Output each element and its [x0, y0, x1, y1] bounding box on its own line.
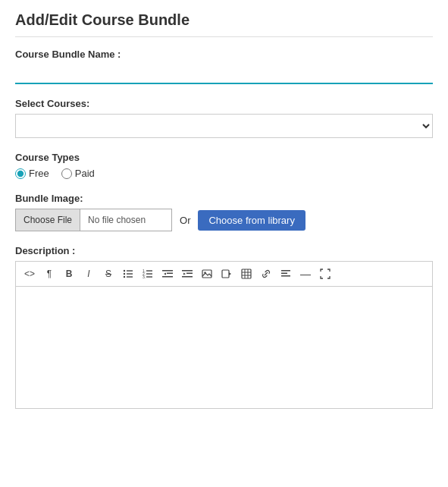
video-icon[interactable]	[218, 265, 236, 283]
radio-free-label: Free	[29, 168, 49, 179]
radio-free-input[interactable]	[15, 168, 26, 179]
editor-container: <> ¶ B I S 1.2.3.	[15, 261, 433, 409]
paragraph-icon[interactable]: ¶	[40, 265, 58, 283]
svg-marker-23	[229, 272, 231, 275]
fullscreen-icon[interactable]	[316, 265, 334, 283]
svg-rect-18	[186, 273, 193, 275]
select-courses-input[interactable]	[15, 114, 433, 138]
radio-group: Free Paid	[15, 168, 433, 179]
indent-icon[interactable]	[178, 265, 196, 283]
radio-paid-label: Paid	[75, 168, 95, 179]
svg-text:3.: 3.	[143, 275, 146, 279]
svg-point-0	[124, 270, 125, 272]
svg-rect-1	[127, 270, 133, 271]
svg-rect-9	[146, 273, 152, 274]
table-icon[interactable]	[237, 265, 255, 283]
page-title: Add/Edit Course Bundle	[15, 11, 433, 37]
choose-library-button[interactable]: Choose from library	[198, 210, 305, 231]
svg-rect-20	[202, 270, 211, 278]
bundle-image-row: Choose File No file chosen Or Choose fro…	[15, 209, 433, 231]
svg-rect-14	[167, 273, 173, 275]
or-text: Or	[180, 215, 190, 226]
svg-rect-16	[182, 270, 193, 272]
bundle-name-label: Course Bundle Name :	[15, 49, 433, 60]
course-types-group: Course Types Free Paid	[15, 152, 433, 179]
bundle-name-input[interactable]	[15, 64, 433, 84]
svg-marker-17	[183, 273, 186, 275]
outdent-icon[interactable]	[158, 265, 177, 283]
link-icon[interactable]	[257, 265, 275, 283]
svg-rect-31	[281, 275, 290, 277]
svg-rect-11	[146, 276, 152, 277]
description-editor[interactable]	[16, 287, 432, 408]
select-courses-group: Select Courses:	[15, 98, 433, 138]
svg-rect-29	[281, 270, 290, 272]
radio-free[interactable]: Free	[15, 168, 49, 179]
svg-rect-22	[222, 270, 229, 278]
bundle-name-group: Course Bundle Name :	[15, 49, 433, 84]
svg-rect-19	[182, 276, 193, 278]
bundle-image-group: Bundle Image: Choose File No file chosen…	[15, 193, 433, 231]
code-icon[interactable]: <>	[20, 265, 39, 283]
description-label: Description :	[15, 245, 433, 256]
radio-paid-input[interactable]	[61, 168, 72, 179]
no-file-text: No file chosen	[80, 209, 171, 231]
svg-rect-5	[127, 276, 133, 277]
svg-marker-13	[164, 273, 166, 275]
course-types-label: Course Types	[15, 152, 433, 163]
page-container: Add/Edit Course Bundle Course Bundle Nam…	[0, 0, 448, 434]
select-courses-label: Select Courses:	[15, 98, 433, 109]
svg-point-2	[124, 273, 125, 275]
svg-rect-30	[281, 273, 287, 275]
svg-rect-24	[242, 269, 251, 278]
choose-file-button[interactable]: Choose File	[16, 209, 80, 231]
svg-rect-3	[127, 273, 133, 274]
hr-icon[interactable]: —	[296, 265, 315, 283]
italic-icon[interactable]: I	[80, 265, 98, 283]
strikethrough-icon[interactable]: S	[99, 265, 117, 283]
svg-point-4	[124, 276, 125, 278]
svg-rect-15	[162, 276, 173, 278]
radio-paid[interactable]: Paid	[61, 168, 95, 179]
svg-rect-7	[146, 270, 152, 271]
align-icon[interactable]	[277, 265, 295, 283]
description-group: Description : <> ¶ B I S 1.2.3.	[15, 245, 433, 409]
ordered-list-icon[interactable]: 1.2.3.	[139, 265, 157, 283]
image-icon[interactable]	[198, 265, 216, 283]
svg-rect-12	[162, 270, 173, 272]
unordered-list-icon[interactable]	[119, 265, 137, 283]
bold-icon[interactable]: B	[60, 265, 78, 283]
editor-toolbar: <> ¶ B I S 1.2.3.	[16, 262, 432, 287]
file-input-wrapper: Choose File No file chosen	[15, 209, 172, 231]
bundle-image-label: Bundle Image:	[15, 193, 433, 204]
